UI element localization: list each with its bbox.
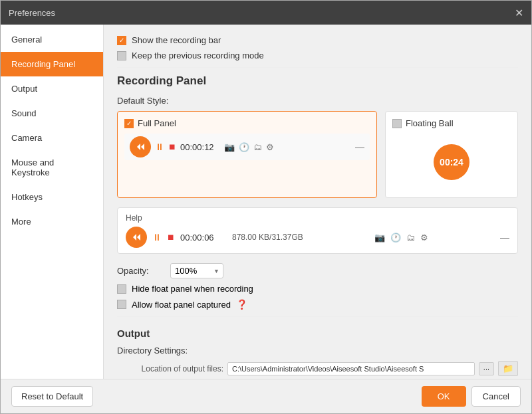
camera-icon[interactable]: 📷 <box>224 142 235 152</box>
reset-to-default-button[interactable]: Reset to Default <box>11 386 93 407</box>
sidebar-item-recording-panel[interactable]: Recording Panel <box>1 52 103 76</box>
floating-ball-checkbox[interactable] <box>392 119 402 128</box>
default-style-label: Default Style: <box>117 96 518 106</box>
svg-marker-1 <box>137 234 140 241</box>
cancel-button[interactable]: Cancel <box>471 386 521 407</box>
allow-float-captured-checkbox[interactable] <box>117 300 126 309</box>
hide-float-panel-checkbox[interactable] <box>117 284 126 294</box>
output-files-input[interactable] <box>227 362 475 375</box>
separator-2 <box>117 316 518 317</box>
floating-ball-circle: 00:24 <box>434 144 469 180</box>
floating-ball-time: 00:24 <box>440 157 464 167</box>
opacity-select[interactable]: 100% 90% 80% 70% <box>170 263 223 278</box>
full-panel-checkbox[interactable] <box>124 119 134 128</box>
help-clock-icon[interactable]: 🕐 <box>390 233 401 243</box>
help-bar: Help ⏸ ⏹ 00:00:06 878.00 KB/31.37GB 📷 🕐 … <box>117 207 518 254</box>
titlebar: Preferences ✕ <box>1 1 531 25</box>
help-folder-icon[interactable]: 🗂 <box>406 233 415 243</box>
pause-icon[interactable]: ⏸ <box>155 142 164 152</box>
help-bar-label: Help <box>126 213 509 223</box>
help-size-display: 878.00 KB/31.37GB <box>232 233 303 242</box>
output-section-title: Output <box>117 328 518 339</box>
output-files-row: Location of output files: ··· 📁 <box>117 361 518 376</box>
output-section: Output Directory Settings: Location of o… <box>117 328 518 379</box>
main-content: General Recording Panel Output Sound Cam… <box>1 25 531 379</box>
time-display: 00:00:12 <box>180 142 220 152</box>
help-settings-icon[interactable]: ⚙ <box>420 233 428 243</box>
ok-button[interactable]: OK <box>422 386 466 407</box>
sidebar-item-sound[interactable]: Sound <box>1 101 103 126</box>
opacity-label: Opacity: <box>117 266 164 276</box>
close-button[interactable]: ✕ <box>515 7 523 19</box>
floating-ball-card[interactable]: Floating Ball 00:24 <box>385 111 518 198</box>
action-buttons: OK Cancel <box>422 386 521 407</box>
rewind-left-icon <box>137 144 140 150</box>
help-rewind-button[interactable] <box>126 227 147 248</box>
style-options: Full Panel ⏸ ⏹ 00:00:12 📷 � <box>117 111 518 198</box>
full-panel-card[interactable]: Full Panel ⏸ ⏹ 00:00:12 📷 � <box>117 111 377 198</box>
separator-1 <box>117 67 518 68</box>
settings-icon[interactable]: ⚙ <box>266 142 274 152</box>
sidebar-item-general[interactable]: General <box>1 27 103 52</box>
question-icon[interactable]: ❓ <box>236 299 247 310</box>
rewind-button[interactable] <box>130 136 151 157</box>
clock-icon[interactable]: 🕐 <box>239 142 249 152</box>
rewind-right-icon <box>141 144 144 150</box>
full-panel-label: Full Panel <box>138 118 176 128</box>
bottom-bar: Reset to Default OK Cancel <box>1 379 531 413</box>
help-minimize-icon[interactable]: — <box>500 232 509 243</box>
output-files-dots-button[interactable]: ··· <box>479 362 494 375</box>
preferences-window: Preferences ✕ General Recording Panel Ou… <box>0 0 532 414</box>
window-title: Preferences <box>9 8 55 18</box>
output-files-label: Location of output files: <box>117 364 223 373</box>
output-files-folder-button[interactable]: 📁 <box>498 361 518 376</box>
sidebar-item-more[interactable]: More <box>1 209 103 234</box>
opacity-row: Opacity: 100% 90% 80% 70% <box>117 263 518 278</box>
show-recording-bar-label: Show the recording bar <box>132 35 221 45</box>
folder-icon[interactable]: 🗂 <box>253 142 262 152</box>
allow-float-captured-label: Allow float panel captured <box>132 300 231 310</box>
opacity-wrapper: 100% 90% 80% 70% <box>170 263 223 278</box>
show-recording-bar-checkbox[interactable] <box>117 36 126 45</box>
hide-float-panel-label: Hide float panel when recording <box>132 284 253 294</box>
floating-ball-center: 00:24 <box>392 134 511 191</box>
stop-icon[interactable]: ⏹ <box>168 142 176 152</box>
minimize-icon[interactable]: — <box>355 142 364 152</box>
help-recording-bar: ⏸ ⏹ 00:00:06 878.00 KB/31.37GB 📷 🕐 🗂 ⚙ — <box>126 227 509 248</box>
content-area: Show the recording bar Keep the previous… <box>104 25 531 379</box>
keep-previous-mode-row: Keep the previous recording mode <box>117 51 518 60</box>
allow-float-captured-row: Allow float panel captured ❓ <box>117 299 518 310</box>
help-camera-icon[interactable]: 📷 <box>374 233 385 243</box>
hide-float-panel-row: Hide float panel when recording <box>117 284 518 294</box>
keep-previous-mode-label: Keep the previous recording mode <box>132 51 264 60</box>
help-pause-icon[interactable]: ⏸ <box>152 232 162 243</box>
sidebar: General Recording Panel Output Sound Cam… <box>1 25 104 379</box>
svg-marker-0 <box>133 234 136 241</box>
help-stop-icon[interactable]: ⏹ <box>167 233 175 242</box>
section-title-recording-panel: Recording Panel <box>117 74 518 88</box>
show-recording-bar-row: Show the recording bar <box>117 35 518 45</box>
sidebar-item-mouse-keystroke[interactable]: Mouse and Keystroke <box>1 150 103 185</box>
help-time-display: 00:00:06 <box>180 233 227 243</box>
sidebar-item-hotkeys[interactable]: Hotkeys <box>1 185 103 209</box>
floating-ball-label: Floating Ball <box>406 118 454 128</box>
sidebar-item-camera[interactable]: Camera <box>1 126 103 150</box>
keep-previous-mode-checkbox[interactable] <box>117 51 126 60</box>
sidebar-item-output[interactable]: Output <box>1 76 103 101</box>
full-panel-header: Full Panel <box>124 118 370 128</box>
full-panel-recording-bar: ⏸ ⏹ 00:00:12 📷 🕐 🗂 ⚙ — <box>124 134 370 160</box>
floating-ball-header: Floating Ball <box>392 118 511 128</box>
dir-settings-label: Directory Settings: <box>117 346 518 356</box>
